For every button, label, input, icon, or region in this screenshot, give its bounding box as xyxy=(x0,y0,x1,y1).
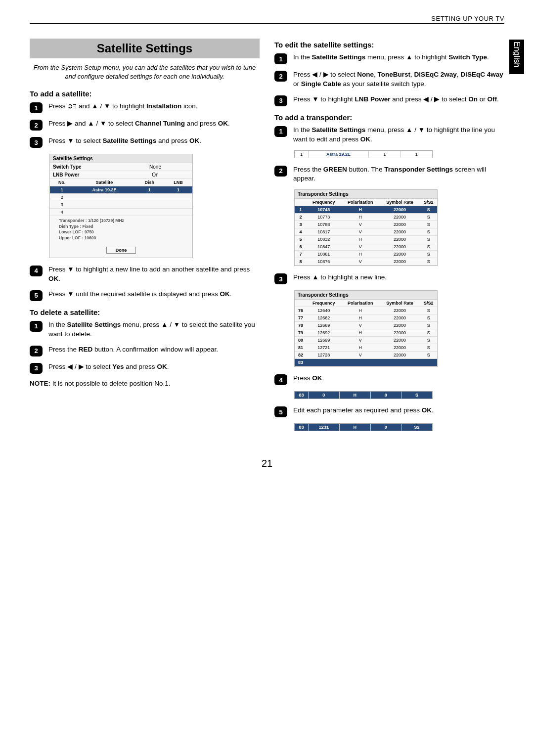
add-tp-step-5: 5 Edit each parameter as required and pr… xyxy=(274,406,504,417)
table-row: 2 xyxy=(50,194,192,201)
text: In the xyxy=(293,126,312,133)
delete-satellite-heading: To delete a satellite: xyxy=(30,308,260,316)
text-bold: DiSEqC 2way xyxy=(414,71,457,78)
step-number-icon: 3 xyxy=(30,137,43,148)
cell: 1 xyxy=(135,186,164,194)
satellite-table: No. Satellite Dish LNB 1 Astra 19.2E 1 1… xyxy=(50,179,192,216)
edit-satellite-heading: To edit the satellite settings: xyxy=(274,41,504,49)
cell: Astra 19.2E xyxy=(74,186,135,194)
text: Press the xyxy=(293,166,323,173)
text: Press ▲ to highlight a new line. xyxy=(293,273,387,282)
cell: 1 xyxy=(295,151,309,158)
text: . xyxy=(167,363,169,370)
label: Switch Type xyxy=(53,164,121,170)
add-sat-step-5: 5 Press ▼ until the required satellite i… xyxy=(30,290,260,301)
value: On xyxy=(121,172,189,178)
cell: 0 xyxy=(309,392,340,399)
footer-line: Transponder : 1/120 (10729) MHz xyxy=(59,218,187,223)
text-bold: Switch Type xyxy=(448,53,487,61)
cell: 2 xyxy=(50,194,74,201)
left-column: Satellite Settings From the System Setup… xyxy=(30,39,260,438)
panel-footer: Transponder : 1/120 (10729) MHz Dish Typ… xyxy=(50,216,192,244)
add-tp-step-3: 3 Press ▲ to highlight a new line. xyxy=(274,273,504,284)
text: Edit each parameter as required and pres… xyxy=(293,406,422,414)
intro-text: From the System Setup menu, you can add … xyxy=(30,63,260,81)
text-bold: Single Cable xyxy=(301,80,341,88)
add-tp-step-2: 2 Press the GREEN button. The Transponde… xyxy=(274,165,504,184)
step-number-icon: 5 xyxy=(30,290,43,301)
text-bold: Installation xyxy=(146,102,181,110)
cell: 0 xyxy=(371,424,402,431)
step-number-icon: 2 xyxy=(30,346,43,356)
col-header: Dish xyxy=(135,179,164,186)
text-bold: OK xyxy=(220,290,230,298)
add-sat-step-3: 3 Press ▼ to select Satellite Settings a… xyxy=(30,136,260,148)
text-bold: Satellite Settings xyxy=(67,321,121,328)
cell: Astra 19.2E xyxy=(309,151,369,158)
text: Press ▼ to highlight a new line to add a… xyxy=(48,266,250,273)
transponder-table: FrequencyPolarisationSymbol RateS/S27612… xyxy=(295,300,437,366)
text-bold: None xyxy=(357,71,374,78)
menu-icon: ➲Ⲷ xyxy=(67,102,77,110)
cell: 1 xyxy=(164,186,192,194)
text: and press xyxy=(124,363,157,370)
step-number-icon: 3 xyxy=(30,363,43,374)
page-number: 21 xyxy=(30,458,504,469)
text: Press ▼ to select xyxy=(48,137,102,144)
cell: S2 xyxy=(401,424,432,431)
step-number-icon: 1 xyxy=(274,53,287,64)
cell: 83 xyxy=(295,392,309,399)
add-sat-step-4: 4 Press ▼ to highlight a new line to add… xyxy=(30,265,260,284)
panel-title: Satellite Settings xyxy=(50,154,192,163)
cell: 83 xyxy=(295,424,309,431)
language-tab: English xyxy=(509,40,524,74)
table-row: 1 Astra 19.2E 1 1 xyxy=(50,186,192,194)
cell: 1 xyxy=(50,186,74,194)
text-bold: Yes xyxy=(112,363,124,370)
transponder-table: FrequencyPolarisationSymbol RateS/S21107… xyxy=(295,199,437,266)
text-bold: OK xyxy=(218,120,228,127)
text: , xyxy=(374,71,378,78)
text: Press ▶ and ▲ / ▼ to select xyxy=(48,120,135,127)
text: and press xyxy=(185,120,218,127)
add-transponder-heading: To add a transponder: xyxy=(274,113,504,122)
text: or xyxy=(293,80,301,88)
text: and press ◀ / ▶ to select xyxy=(390,95,468,103)
edit-sat-step-2: 2 Press ◀ / ▶ to select None, ToneBurst,… xyxy=(274,70,504,89)
text-bold: OK xyxy=(48,275,58,282)
text: and ▲ / ▼ to highlight xyxy=(77,102,146,110)
text-bold: Satellite Settings xyxy=(312,126,366,133)
text-bold: RED xyxy=(79,346,93,353)
col-header: Satellite xyxy=(74,179,135,186)
text-bold: Channel Tuning xyxy=(135,120,185,127)
text-bold: ToneBurst xyxy=(378,71,411,78)
add-sat-step-1: 1 Press ➲Ⲷ and ▲ / ▼ to highlight Instal… xyxy=(30,102,260,113)
cell: 1231 xyxy=(309,424,340,431)
edit-sat-step-1: 1 In the Satellite Settings menu, press … xyxy=(274,53,504,64)
step-number-icon: 5 xyxy=(274,406,287,417)
text-bold: Off xyxy=(488,95,497,103)
text: Press the xyxy=(48,346,79,353)
step-number-icon: 3 xyxy=(274,273,287,284)
footer-line: Dish Type : Fixed xyxy=(59,224,187,229)
cell: H xyxy=(340,392,371,399)
text: menu, press ▲ to highlight xyxy=(365,53,448,61)
table-row: 4 xyxy=(50,209,192,216)
delete-note: NOTE: It is not possible to delete posit… xyxy=(30,380,260,387)
table-row: 3 xyxy=(50,201,192,209)
page-header: SETTING UP YOUR TV xyxy=(30,15,504,24)
label: LNB Power xyxy=(53,172,121,178)
footer-line: Upper LOF : 10600 xyxy=(59,235,187,241)
text: Press ▼ to highlight xyxy=(293,95,355,103)
text: . xyxy=(228,120,230,127)
transponder-panel-1: Transponder Settings FrequencyPolarisati… xyxy=(294,189,438,266)
add-sat-step-2: 2 Press ▶ and ▲ / ▼ to select Channel Tu… xyxy=(30,119,260,131)
text: . xyxy=(230,290,232,298)
satellite-settings-panel: Satellite Settings Switch Type None LNB … xyxy=(49,154,193,258)
del-sat-step-2: 2 Press the RED button. A confirmation w… xyxy=(30,345,260,356)
step-number-icon: 1 xyxy=(30,102,43,113)
cell: 0 xyxy=(371,392,402,399)
step-number-icon: 3 xyxy=(274,95,287,106)
text: Press ▼ until the required satellite is … xyxy=(48,290,220,298)
add-tp-step-4: 4 Press OK. xyxy=(274,374,504,385)
